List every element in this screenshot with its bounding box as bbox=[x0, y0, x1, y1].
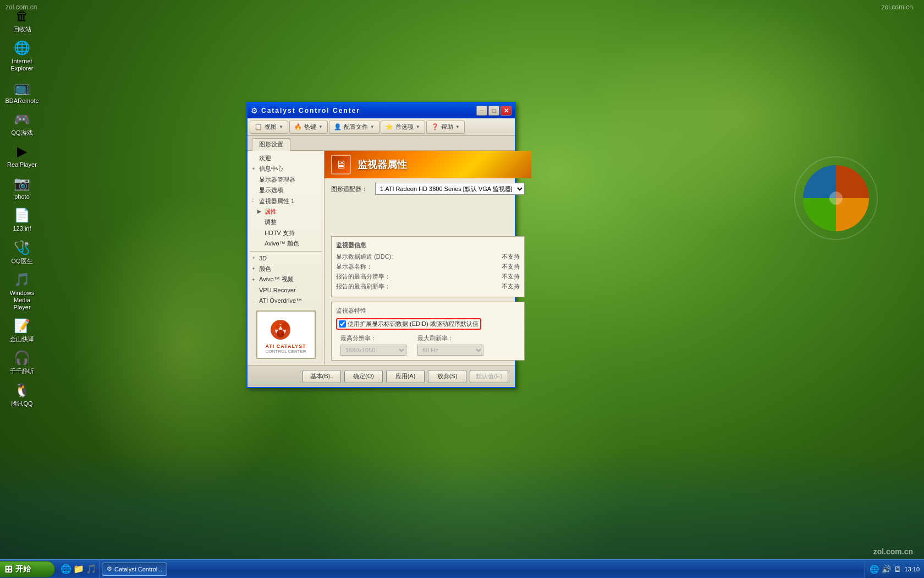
desktop-icon-bda[interactable]: 📺 BDARemote bbox=[3, 77, 41, 106]
tree-item-3d[interactable]: + 3D bbox=[248, 253, 324, 264]
tab-label: 图形设置 bbox=[259, 141, 283, 148]
wmp-icon: 🎵 bbox=[13, 271, 31, 288]
inf-label: 123.inf bbox=[13, 225, 31, 232]
profile-toolbar-btn[interactable]: 👤 配置文件 ▼ bbox=[329, 121, 380, 134]
monitor-info-box: 监视器信息 显示数据通道 (DDC): 不支持 显示器名称： 不支持 报告的最高… bbox=[331, 236, 525, 297]
default-button[interactable]: 默认值(E) bbox=[470, 370, 508, 383]
desktop-icon-wmp[interactable]: 🎵 WindowsMedia Player bbox=[3, 269, 41, 313]
profile-icon: 👤 bbox=[334, 123, 342, 130]
media-taskbar-icon[interactable]: 🎵 bbox=[86, 564, 97, 574]
tree-item-monitor-props[interactable]: - 监视器属性 1 bbox=[248, 196, 324, 206]
desktop-icon-ie[interactable]: 🌐 InternetExplorer bbox=[3, 37, 41, 74]
tree-panel: 欢迎 + 信息中心 显示器管理器 显示选项 - 监视器属性 1 ▶ 属性 bbox=[248, 151, 324, 365]
taskbar: ⊞ 开始 🌐 📁 🎵 ⚙ Catalyst Control... 🌐 🔊 🖥 1… bbox=[0, 559, 924, 578]
desktop-icon-realplayer[interactable]: ▶ RealPlayer bbox=[3, 141, 41, 170]
name-key: 显示器名称： bbox=[336, 263, 372, 271]
display-opts-label: 显示选项 bbox=[259, 186, 283, 194]
wmp-label: WindowsMedia Player bbox=[4, 290, 40, 312]
bda-icon: 📺 bbox=[13, 79, 31, 96]
tree-item-vpu[interactable]: VPU Recover bbox=[248, 285, 324, 296]
taskbar-item-catalyst[interactable]: ⚙ Catalyst Control... bbox=[102, 563, 167, 576]
form-section: 图形适配器： 1.ATI Radeon HD 3600 Series [默认 V… bbox=[324, 178, 531, 236]
monitor-props-box: 监视器特性 使用扩展显示标识数据 (EDID) 或驱动程序默认值 最高分辨率： … bbox=[331, 302, 525, 361]
realplayer-label: RealPlayer bbox=[7, 161, 37, 168]
max-refresh-select[interactable]: 60 Hz bbox=[417, 345, 483, 356]
tree-item-avivo-color[interactable]: Avivo™ 颜色 bbox=[248, 238, 324, 249]
display-tray-icon[interactable]: 🖥 bbox=[894, 565, 901, 574]
tree-item-avivo-video[interactable]: + Avivo™ 视频 bbox=[248, 274, 324, 285]
start-button[interactable]: ⊞ 开始 bbox=[0, 561, 55, 577]
preference-icon: ⭐ bbox=[386, 123, 393, 130]
catalyst-logo-box: ATI CATALYST CONTROL CENTER bbox=[256, 310, 316, 359]
tree-item-hdtv[interactable]: HDTV 支持 bbox=[248, 228, 324, 238]
hotkey-icon: 🔥 bbox=[294, 123, 302, 130]
apply-button[interactable]: 应用(A) bbox=[386, 370, 425, 383]
adapter-select[interactable]: 1.ATI Radeon HD 3600 Series [默认 VGA 监视器] bbox=[375, 183, 525, 195]
tree-item-color[interactable]: + 颜色 bbox=[248, 264, 324, 274]
minimize-button[interactable]: ─ bbox=[476, 106, 487, 116]
tree-item-adjust[interactable]: 调整 bbox=[248, 217, 324, 227]
tree-item-welcome[interactable]: 欢迎 bbox=[248, 153, 324, 163]
recycle-label: 回收站 bbox=[13, 26, 31, 33]
edid-checkbox-highlight: 使用扩展显示标识数据 (EDID) 或驱动程序默认值 bbox=[336, 318, 481, 330]
qq-game-icon: 🎮 bbox=[13, 111, 31, 128]
tray-clock: 13:10 bbox=[904, 566, 920, 572]
tree-item-properties[interactable]: ▶ 属性 bbox=[248, 206, 324, 217]
edid-checkbox[interactable] bbox=[339, 320, 346, 328]
max-res-reported-key: 报告的最高分辨率： bbox=[336, 272, 391, 281]
ttjt-label: 千千静听 bbox=[10, 368, 34, 375]
info-row-max-res: 报告的最高分辨率： 不支持 bbox=[336, 272, 520, 281]
help-toolbar-btn[interactable]: ❓ 帮助 ▼ bbox=[426, 121, 465, 134]
info-row-ddc: 显示数据通道 (DDC): 不支持 bbox=[336, 253, 520, 261]
taskbar-tray: 🌐 🔊 🖥 13:10 bbox=[865, 560, 924, 578]
preference-toolbar-btn[interactable]: ⭐ 首选项 ▼ bbox=[381, 121, 425, 134]
hotkey-arrow: ▼ bbox=[318, 124, 323, 129]
expand-3d: + bbox=[252, 255, 257, 262]
desktop-icon-ttjt[interactable]: 🎧 千千静听 bbox=[3, 347, 41, 377]
close-button[interactable]: ✕ bbox=[501, 106, 512, 116]
cancel-button[interactable]: 放弃(S) bbox=[428, 370, 466, 383]
info-box-title: 监视器信息 bbox=[336, 241, 520, 249]
adapter-label: 图形适配器： bbox=[331, 185, 375, 193]
hotkey-toolbar-btn[interactable]: 🔥 热键 ▼ bbox=[289, 121, 328, 134]
expand-props: ▶ bbox=[257, 208, 263, 215]
sound-tray-icon[interactable]: 🔊 bbox=[882, 565, 891, 574]
max-res-select[interactable]: 924x578 bbox=[340, 345, 406, 356]
desktop-icon-qq-doctor[interactable]: 🩺 QQ医生 bbox=[3, 237, 41, 266]
3d-label: 3D bbox=[259, 254, 267, 263]
expand-info: + bbox=[252, 166, 257, 173]
expand-color: + bbox=[252, 265, 257, 272]
watermark-bottom-right: zol.com.cn bbox=[873, 547, 913, 556]
basic-button[interactable]: 基本(B).. bbox=[302, 370, 341, 383]
ie-taskbar-icon[interactable]: 🌐 bbox=[61, 564, 72, 574]
window-title-text: Catalyst Control Center bbox=[261, 107, 473, 114]
tree-item-display-opts[interactable]: 显示选项 bbox=[248, 185, 324, 195]
max-refresh-group: 最大刷新率： 60 Hz bbox=[417, 334, 483, 356]
window-controls: ─ □ ✕ bbox=[476, 106, 512, 116]
catalyst-taskbar-icon: ⚙ bbox=[107, 565, 112, 572]
bda-label: BDARemote bbox=[5, 97, 38, 105]
color-label: 颜色 bbox=[259, 265, 271, 273]
ok-button[interactable]: 确定(O) bbox=[344, 370, 383, 383]
display-mgr-label: 显示器管理器 bbox=[259, 176, 295, 184]
desktop-icon-qq-game[interactable]: 🎮 QQ游戏 bbox=[3, 109, 41, 138]
tree-item-overdrive[interactable]: ATI Overdrive™ bbox=[248, 296, 324, 306]
ie-icon: 🌐 bbox=[13, 39, 31, 57]
info-row-max-refresh: 报告的最高刷新率： 不支持 bbox=[336, 282, 520, 291]
preference-label: 首选项 bbox=[395, 123, 414, 131]
tab-graphics-settings[interactable]: 图形设置 bbox=[252, 138, 290, 151]
folder-taskbar-icon[interactable]: 📁 bbox=[73, 564, 84, 574]
watermark-top-right: zol.com.cn bbox=[882, 3, 913, 11]
desktop-icon-123inf[interactable]: 📄 123.inf bbox=[3, 205, 41, 234]
panel-header-title: 监视器属性 bbox=[358, 158, 407, 171]
tree-item-info[interactable]: + 信息中心 bbox=[248, 163, 324, 174]
desktop-icon-tencent-qq[interactable]: 🐧 腾讯QQ bbox=[3, 380, 41, 409]
panel-header-icon: 🖥 bbox=[331, 155, 351, 175]
desktop-icon-kingsoft[interactable]: 📝 金山快译 bbox=[3, 315, 41, 345]
tree-item-display-mgr[interactable]: 显示器管理器 bbox=[248, 175, 324, 185]
ie-label: InternetExplorer bbox=[11, 58, 34, 72]
desktop-icon-photo[interactable]: 📷 photo bbox=[3, 173, 41, 202]
maximize-button[interactable]: □ bbox=[488, 106, 499, 116]
view-toolbar-btn[interactable]: 📋 视图 ▼ bbox=[250, 121, 288, 134]
network-tray-icon[interactable]: 🌐 bbox=[870, 565, 879, 574]
